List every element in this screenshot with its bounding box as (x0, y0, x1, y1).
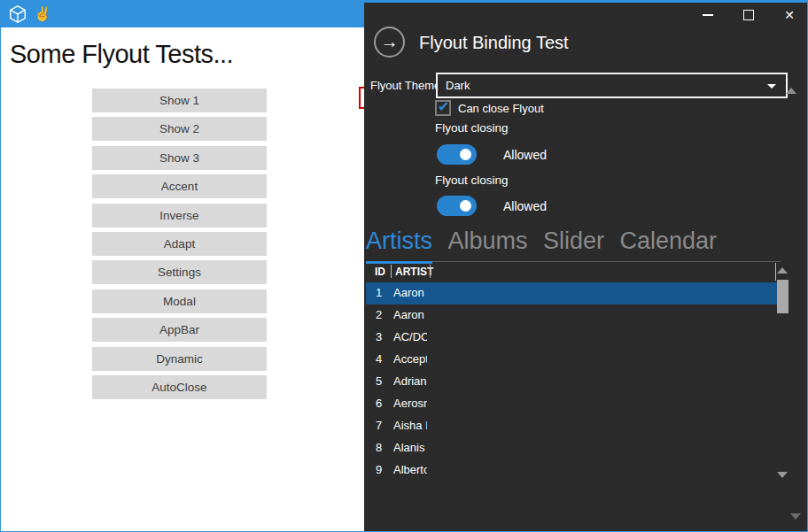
column-separator[interactable] (430, 265, 431, 278)
cell-artist: Aisha D (393, 419, 427, 432)
modal-button[interactable]: Modal (92, 289, 267, 313)
cell-id: 1 (376, 286, 382, 299)
toggle-state-label-2: Allowed (503, 199, 547, 213)
flyout-test-button-list: Show 1 Show 2 Show 3 Accent Inverse Adap… (92, 89, 267, 399)
cell-artist: Accept (393, 352, 427, 366)
tab-slider[interactable]: Slider (543, 220, 604, 261)
column-header-artist[interactable]: ARTIST (395, 266, 433, 278)
page-title: Some Flyout Tests... (10, 40, 233, 69)
appbar-button[interactable]: AppBar (92, 318, 267, 342)
column-header-id[interactable]: ID (375, 266, 385, 278)
table-row[interactable]: 3 AC/DC (366, 327, 777, 349)
maximize-button[interactable] (735, 5, 762, 25)
show1-button[interactable]: Show 1 (92, 89, 267, 112)
flyout-tabstrip: Artists Albums Slider Calendar (366, 220, 781, 262)
maximize-icon (743, 10, 754, 20)
cell-id: 5 (376, 374, 382, 388)
flyout-closing-label-1: Flyout closing (435, 121, 509, 135)
cell-artist: Aaron (393, 286, 427, 299)
table-row[interactable]: 6 Aerosmi (366, 393, 777, 415)
cell-artist: Alanis (393, 441, 427, 454)
show2-button[interactable]: Show 2 (92, 117, 267, 141)
toggle-knob (460, 149, 471, 160)
window-controls: ✕ (695, 5, 803, 25)
cell-id: 7 (376, 419, 382, 432)
can-close-checkbox[interactable]: ✔ Can close Flyout (435, 100, 544, 116)
flyout-scroll-up[interactable] (786, 73, 796, 89)
table-row[interactable]: 8 Alanis (366, 437, 777, 459)
toggle-on-icon (437, 144, 477, 165)
toggle-on-icon (437, 196, 477, 216)
close-icon: ✕ (784, 9, 795, 21)
flyout-theme-selected-value: Dark (446, 79, 470, 92)
table-row[interactable]: 4 Accept (366, 349, 777, 371)
cell-id: 4 (376, 352, 382, 366)
show3-button[interactable]: Show 3 (92, 146, 267, 170)
flyout-closing-label-2: Flyout closing (435, 173, 509, 187)
toggle-state-label-1: Allowed (503, 148, 547, 162)
flyout-title: Flyout Binding Test (419, 33, 569, 53)
cell-id: 9 (376, 463, 382, 476)
arrow-right-icon: → (381, 33, 399, 50)
table-row[interactable]: 1 Aaron (366, 282, 777, 305)
cell-id: 6 (376, 397, 382, 410)
autoclose-button[interactable]: AutoClose (92, 375, 267, 399)
adapt-button[interactable]: Adapt (92, 232, 267, 256)
cell-id: 8 (376, 441, 382, 454)
datagrid-rows: 1 Aaron 2 Aaron 3 AC/DC 4 Accept 5 Adr (366, 282, 777, 482)
app-window: ✌ Some Flyout Tests... Show 1 Show 2 Sho… (0, 0, 808, 532)
flyout-scroll-down[interactable] (790, 520, 801, 532)
victory-hand-icon: ✌ (34, 5, 51, 22)
dynamic-button[interactable]: Dynamic (92, 347, 267, 371)
accent-button[interactable]: Accent (92, 174, 267, 198)
datagrid-header: ID ARTIST (366, 263, 777, 282)
cell-id: 3 (376, 330, 382, 343)
flyout-back-button[interactable]: → (374, 27, 405, 58)
inverse-button[interactable]: Inverse (92, 204, 267, 227)
app-cube-icon (8, 4, 27, 24)
cell-artist: Aerosmi (393, 397, 427, 410)
artists-datagrid: ID ARTIST 1 Aaron 2 Aaron 3 AC/DC (366, 263, 777, 482)
minimize-button[interactable] (695, 5, 721, 25)
column-separator (775, 263, 776, 281)
flyout-theme-label: Flyout Theme (370, 79, 440, 92)
cell-artist: Aaron (393, 308, 427, 321)
scroll-up-icon[interactable] (777, 267, 788, 274)
flyout-closing-toggle-2[interactable]: Allowed (437, 196, 547, 216)
table-row[interactable]: 7 Aisha D (366, 415, 777, 437)
flyout-panel: ✕ → Flyout Binding Test Flyout Theme Dar… (364, 3, 807, 531)
tab-calendar[interactable]: Calendar (619, 220, 717, 261)
scroll-down-icon (790, 513, 801, 532)
close-button[interactable]: ✕ (776, 5, 803, 25)
scrollbar-thumb[interactable] (777, 280, 789, 313)
table-row[interactable]: 2 Aaron (366, 305, 777, 327)
flyout-theme-select[interactable]: Dark (436, 73, 788, 98)
cell-artist: Adrian L (393, 374, 427, 388)
flyout-closing-toggle-1[interactable]: Allowed (437, 144, 547, 165)
settings-button[interactable]: Settings (92, 260, 267, 284)
can-close-label: Can close Flyout (458, 102, 544, 115)
tab-albums[interactable]: Albums (447, 220, 527, 261)
checkbox-box: ✔ (435, 100, 451, 116)
chevron-down-icon (767, 84, 776, 89)
table-row[interactable]: 5 Adrian L (366, 371, 777, 393)
datagrid-scrollbar[interactable] (777, 263, 789, 483)
column-separator[interactable] (391, 265, 392, 278)
tab-artists[interactable]: Artists (366, 220, 432, 261)
cell-artist: Alberto (393, 463, 427, 476)
cell-id: 2 (376, 308, 382, 321)
scroll-up-icon (786, 73, 796, 94)
table-row[interactable]: 9 Alberto (366, 459, 777, 482)
scroll-down-icon[interactable] (777, 472, 788, 478)
check-icon: ✔ (438, 98, 449, 115)
cell-artist: AC/DC (393, 330, 427, 343)
toggle-knob (460, 200, 471, 212)
minimize-icon (703, 14, 713, 16)
